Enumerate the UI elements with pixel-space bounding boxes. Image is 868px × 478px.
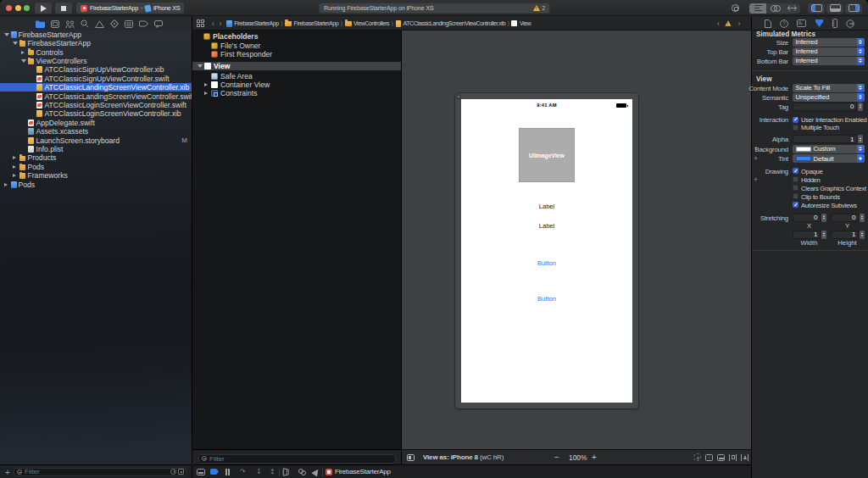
breadcrumb-group[interactable]: FirebaseStarterApp: [285, 20, 338, 26]
disclosure-triangle[interactable]: [21, 51, 25, 54]
previous-issue-button[interactable]: ‹: [717, 19, 720, 28]
issue-navigator-tab-icon[interactable]: [95, 20, 104, 28]
semantic-popup[interactable]: Unspecified: [793, 93, 865, 102]
top-bar-popup[interactable]: Inferred: [793, 47, 865, 56]
outline-row-constraints[interactable]: Constraints: [192, 89, 402, 97]
breadcrumb-subgroup[interactable]: ViewControllers: [345, 20, 390, 26]
nav-row-pods-project[interactable]: Pods: [0, 180, 192, 188]
disclosure-triangle[interactable]: [13, 156, 16, 159]
nav-row-project-root[interactable]: FirebaseStarterApp: [0, 31, 192, 39]
nav-row-file[interactable]: LaunchScreen.storyboard M: [0, 136, 192, 144]
user-interaction-checkbox[interactable]: [793, 117, 798, 123]
step-out-icon[interactable]: ↥: [270, 468, 275, 475]
alpha-stepper[interactable]: [858, 135, 863, 143]
quick-help-tab-icon[interactable]: ?: [780, 19, 788, 28]
disclosure-triangle[interactable]: [13, 174, 16, 177]
label-1[interactable]: Label: [461, 203, 632, 210]
nav-row-file[interactable]: ATCClassicLoginScreenViewController.swif…: [0, 101, 192, 109]
zoom-out-button[interactable]: −: [554, 453, 559, 462]
toggle-navigator-button[interactable]: [808, 3, 825, 14]
opaque-checkbox[interactable]: [793, 168, 798, 174]
source-control-tab-icon[interactable]: [51, 20, 59, 28]
symbol-navigator-tab-icon[interactable]: [65, 20, 75, 28]
disclosure-triangle[interactable]: [13, 165, 16, 169]
navigator-filter-input[interactable]: Filter: [14, 468, 186, 477]
identity-inspector-tab-icon[interactable]: [797, 19, 806, 27]
breadcrumb-view[interactable]: View: [511, 20, 531, 26]
nav-row-pods-group[interactable]: Pods: [0, 163, 192, 171]
clears-graphics-checkbox[interactable]: [793, 185, 798, 191]
button-2[interactable]: Button: [461, 295, 632, 303]
size-inspector-tab-icon[interactable]: [832, 19, 837, 28]
nav-row-group[interactable]: FirebaseStarterApp: [0, 39, 192, 47]
nav-row-controls[interactable]: Controls: [0, 47, 192, 56]
step-over-icon[interactable]: ↷: [240, 468, 246, 475]
nav-row-frameworks[interactable]: Frameworks: [0, 171, 192, 180]
project-navigator-tab-icon[interactable]: [36, 20, 45, 28]
run-button[interactable]: [35, 3, 52, 14]
background-popup[interactable]: Custom: [793, 145, 865, 153]
stretching-width-field[interactable]: 1: [793, 231, 821, 239]
zoom-level[interactable]: 100%: [569, 453, 587, 462]
file-inspector-tab-icon[interactable]: [765, 19, 771, 28]
document-outline-toggle-icon[interactable]: [197, 19, 204, 27]
assistant-editor-button[interactable]: [766, 3, 783, 14]
update-frames-button[interactable]: [693, 453, 701, 461]
outline-row-view-selected[interactable]: View: [192, 62, 402, 70]
connections-inspector-tab-icon[interactable]: [846, 19, 855, 28]
close-window-button[interactable]: [6, 5, 12, 11]
add-file-button[interactable]: +: [5, 468, 10, 477]
toggle-utilities-button[interactable]: [845, 3, 862, 14]
autoresize-checkbox[interactable]: [793, 202, 798, 208]
breadcrumb-file[interactable]: ATCClassicLandingScreenViewController.xi…: [396, 20, 506, 27]
size-popup[interactable]: Inferred: [793, 38, 865, 47]
embed-in-stack-button[interactable]: [705, 454, 713, 461]
content-mode-popup[interactable]: Scale To Fill: [793, 84, 865, 92]
disclosure-triangle[interactable]: [4, 33, 9, 36]
nav-row-file[interactable]: ATCClassicSignUpViewController.xib: [0, 65, 192, 74]
scheme-selector[interactable]: FirebaseStarterApp › iPhone XS: [76, 3, 184, 14]
breakpoint-navigator-tab-icon[interactable]: [139, 20, 148, 27]
version-editor-button[interactable]: [783, 3, 800, 14]
toggle-debug-area-button[interactable]: [826, 3, 843, 14]
resolve-autolayout-button[interactable]: [741, 454, 748, 461]
hidden-checkbox[interactable]: [793, 176, 798, 182]
outline-row-first-responder[interactable]: First Responder: [192, 50, 402, 58]
tag-field[interactable]: 0: [793, 103, 857, 111]
outline-row-placeholders[interactable]: Placeholders: [192, 32, 402, 41]
jumpbar-back-button[interactable]: ‹: [212, 19, 214, 28]
tint-popup[interactable]: Default: [793, 154, 865, 163]
pause-execution-icon[interactable]: [225, 469, 230, 475]
outline-row-files-owner[interactable]: File's Owner: [192, 42, 402, 50]
add-drawing-attribute-button[interactable]: +: [754, 175, 758, 184]
outline-filter-input[interactable]: Filter: [198, 454, 396, 464]
library-button[interactable]: [729, 3, 742, 14]
stretching-y-field[interactable]: 0: [831, 214, 859, 222]
uiimageview-placeholder[interactable]: UIImageView: [519, 128, 575, 182]
process-name[interactable]: FirebaseStarterApp: [335, 468, 391, 475]
align-button[interactable]: [717, 454, 725, 461]
issue-warning-icon[interactable]: [726, 20, 732, 25]
bottom-bar-popup[interactable]: Inferred: [793, 57, 865, 65]
nav-row-file[interactable]: ATCClassicLandingScreenViewController.sw…: [0, 92, 192, 100]
label-2[interactable]: Label: [461, 222, 632, 230]
stretching-height-stepper[interactable]: [860, 231, 865, 239]
nav-row-file[interactable]: Assets.xcassets: [0, 127, 192, 136]
warning-badge[interactable]: 2: [533, 5, 545, 11]
step-into-icon[interactable]: ↧: [256, 468, 262, 475]
nav-row-file[interactable]: AppDelegate.swift: [0, 119, 192, 127]
disclosure-triangle[interactable]: [204, 92, 208, 95]
view-as-label[interactable]: View as: iPhone 8 (wC hR): [423, 453, 504, 461]
simulate-location-icon[interactable]: [311, 467, 320, 476]
tag-stepper[interactable]: [858, 103, 863, 111]
stretching-width-stepper[interactable]: [821, 231, 826, 239]
zoom-in-button[interactable]: +: [592, 453, 597, 462]
nav-row-viewcontrollers[interactable]: ViewControllers: [0, 57, 192, 65]
alpha-field[interactable]: 1: [793, 135, 857, 143]
multiple-touch-checkbox[interactable]: [793, 125, 798, 131]
memory-graph-icon[interactable]: [298, 469, 306, 475]
disclosure-triangle[interactable]: [198, 64, 203, 68]
disclosure-triangle[interactable]: [21, 59, 26, 63]
report-navigator-tab-icon[interactable]: [154, 20, 163, 28]
stretching-x-field[interactable]: 0: [793, 214, 821, 222]
